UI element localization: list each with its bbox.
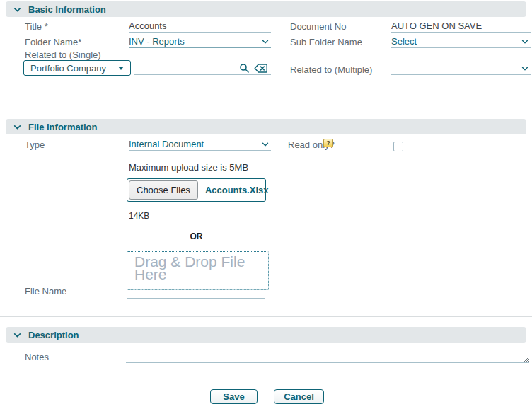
related-to-single-type-select[interactable]: Portfolio Company xyxy=(23,60,131,76)
folder-name-label: Folder Name* xyxy=(25,37,81,47)
chosen-file-size: 14KB xyxy=(129,211,149,221)
related-to-multiple-select[interactable] xyxy=(391,63,531,75)
notes-textarea[interactable] xyxy=(126,351,529,363)
read-only-field-underline xyxy=(391,139,531,151)
chevron-down-icon xyxy=(520,64,530,76)
drag-drop-text: Drag & Drop File Here xyxy=(127,252,268,281)
related-to-multiple-label: Related to (Multiple) xyxy=(290,64,372,75)
title-input[interactable]: Accounts xyxy=(129,21,271,33)
file-name-input[interactable] xyxy=(127,287,265,299)
type-select[interactable]: Internal Document xyxy=(129,139,271,151)
chevron-down-icon xyxy=(260,139,270,151)
document-upload-form: Basic Information Title * Accounts Docum… xyxy=(0,0,532,419)
related-to-single-label: Related to (Single) xyxy=(25,50,101,60)
read-only-checkbox[interactable] xyxy=(393,142,403,151)
search-icon[interactable] xyxy=(238,62,250,74)
section-header-description[interactable]: Description xyxy=(6,327,526,343)
title-label: Title * xyxy=(25,21,48,32)
section-title: Description xyxy=(28,330,79,340)
document-no-label: Document No xyxy=(290,21,346,32)
or-separator: OR xyxy=(127,231,266,241)
section-title: Basic Information xyxy=(28,4,106,15)
section-header-basic-information[interactable]: Basic Information xyxy=(6,1,526,17)
clear-backspace-icon[interactable] xyxy=(254,64,267,73)
save-button[interactable]: Save xyxy=(210,389,258,404)
chevron-down-icon[interactable] xyxy=(13,122,22,132)
folder-name-select[interactable]: INV - Reports xyxy=(129,36,271,48)
sub-folder-name-select[interactable]: Select xyxy=(391,36,531,48)
textarea-resize-handle[interactable] xyxy=(522,355,529,362)
dropdown-arrow-icon xyxy=(118,67,124,70)
file-upload-control[interactable]: Choose Files Accounts.Xlsx xyxy=(127,178,266,202)
drag-drop-zone[interactable]: Drag & Drop File Here xyxy=(127,251,269,290)
footer-divider xyxy=(0,381,532,381)
choose-files-button[interactable]: Choose Files xyxy=(129,180,198,200)
notes-label: Notes xyxy=(25,352,49,362)
chosen-file-name: Accounts.Xlsx xyxy=(205,185,269,195)
chevron-down-icon[interactable] xyxy=(13,5,22,14)
help-tooltip-icon[interactable]: ? xyxy=(323,139,333,147)
chevron-down-icon xyxy=(260,37,270,49)
file-name-label: File Name xyxy=(25,286,66,297)
document-no-value: AUTO GEN ON SAVE xyxy=(391,21,531,33)
max-upload-note: Maximum upload size is 5MB xyxy=(129,162,248,173)
section-title: File Information xyxy=(28,122,98,132)
chevron-down-icon xyxy=(520,37,530,49)
section-divider xyxy=(0,108,532,108)
type-label: Type xyxy=(25,139,45,150)
related-to-single-search-input[interactable] xyxy=(134,63,271,75)
sub-folder-name-label: Sub Folder Name xyxy=(290,37,362,47)
cancel-button[interactable]: Cancel xyxy=(274,389,324,404)
section-divider xyxy=(0,316,532,317)
section-header-file-information[interactable]: File Information xyxy=(6,119,526,134)
chevron-down-icon[interactable] xyxy=(13,331,22,340)
